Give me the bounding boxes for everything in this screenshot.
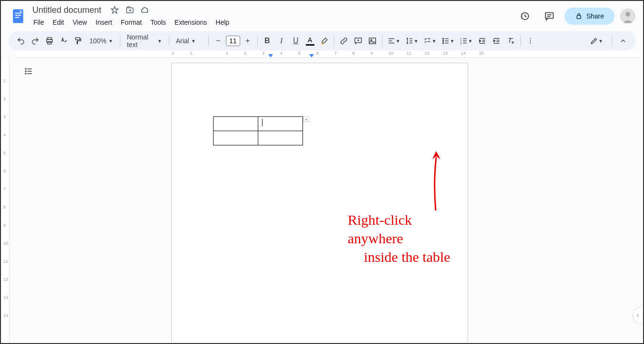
styles-dropdown[interactable]: Normal text▼ [123,31,166,50]
table-row[interactable]: ▾ [214,117,303,131]
separator [208,36,209,46]
header-right: Share [515,7,635,26]
svg-rect-3 [15,17,20,18]
left-indent-marker[interactable] [268,54,273,57]
checklist-button[interactable]: ▼ [421,34,439,48]
bullet-list-button[interactable]: ▼ [439,34,457,48]
share-button[interactable]: Share [565,8,615,25]
table-cell[interactable] [258,131,303,145]
caret-down-icon: ▼ [468,38,473,44]
underline-button[interactable]: U [289,34,302,48]
caret-down-icon: ▼ [157,38,162,44]
print-button[interactable] [43,34,56,48]
svg-point-22 [442,38,443,39]
align-button[interactable]: ▼ [385,34,402,48]
caret-down-icon: ▼ [598,38,603,44]
document-page[interactable]: ▾ Right-click anywhere inside the table [171,63,468,342]
svg-rect-6 [545,13,553,19]
line-spacing-button[interactable]: ▼ [403,34,420,48]
menu-extensions[interactable]: Extensions [171,17,211,28]
move-icon[interactable] [125,5,135,15]
caret-down-icon: ▼ [450,38,455,44]
svg-text:3: 3 [460,42,461,45]
document-table[interactable]: ▾ [213,116,303,145]
right-indent-marker[interactable] [309,54,314,57]
link-button[interactable] [337,34,351,48]
table-options-handle[interactable]: ▾ [303,116,309,122]
table-cell[interactable] [214,131,258,145]
menu-file[interactable]: File [29,17,48,28]
decrease-indent-button[interactable] [476,34,489,48]
comments-icon[interactable] [540,7,559,26]
docs-logo[interactable] [9,7,28,26]
star-icon[interactable] [110,5,119,15]
add-comment-button[interactable] [351,34,365,48]
svg-point-43 [530,40,531,41]
vertical-ruler[interactable]: 1 2 3 4 5 6 7 8 9 10 11 12 13 14 [2,58,10,342]
svg-point-44 [530,42,531,43]
increase-indent-button[interactable] [490,34,503,48]
toolbar: 100%▼ Normal text▼ Arial▼ − + B I U A ▼ … [9,31,635,50]
svg-rect-17 [369,38,376,44]
title-row: Untitled document [29,4,515,16]
zoom-dropdown[interactable]: 100%▼ [86,35,117,47]
menu-format[interactable]: Format [117,17,146,28]
clear-format-button[interactable] [504,34,517,48]
font-size-input[interactable] [226,36,240,46]
bold-button[interactable]: B [261,34,274,48]
user-avatar[interactable] [620,9,635,24]
horizontal-ruler[interactable]: 2 1 1 2 3 4 5 6 7 8 9 10 11 12 13 14 15 [16,50,639,58]
separator [334,36,334,46]
highlight-button[interactable] [318,34,331,48]
svg-point-47 [25,71,26,72]
svg-point-23 [442,40,443,41]
svg-point-42 [530,38,531,39]
table-cell[interactable]: ▾ [258,117,303,131]
paint-format-button[interactable] [71,34,85,48]
more-button[interactable] [524,34,537,48]
title-area: Untitled document File Edit View Insert … [29,4,515,28]
increase-font-button[interactable]: + [241,34,254,48]
annotation-text-line2: inside the table [364,248,468,266]
text-color-button[interactable]: A [303,34,317,48]
italic-button[interactable]: I [275,34,288,48]
caret-down-icon: ▼ [108,38,113,44]
document-title[interactable]: Untitled document [29,4,104,16]
separator [382,36,382,46]
annotation-text-line1: Right-click anywhere [348,210,468,248]
svg-rect-9 [577,16,581,19]
decrease-font-button[interactable]: − [212,34,225,48]
menu-insert[interactable]: Insert [92,17,116,28]
separator [520,36,521,46]
menu-tools[interactable]: Tools [146,17,170,28]
menu-edit[interactable]: Edit [49,17,68,28]
insert-image-button[interactable] [366,34,379,48]
svg-point-11 [625,12,630,17]
cloud-status-icon[interactable] [140,5,150,15]
undo-button[interactable] [14,34,28,48]
separator [169,36,169,46]
numbered-list-button[interactable]: 123▼ [458,34,475,48]
toolbar-right: ▼ [585,34,630,48]
history-icon[interactable] [515,7,534,26]
document-canvas[interactable]: ▾ Right-click anywhere inside the table [10,58,642,342]
svg-point-45 [25,68,26,69]
font-dropdown[interactable]: Arial▼ [172,35,205,47]
table-cell[interactable] [214,117,258,131]
redo-button[interactable] [29,34,42,48]
svg-rect-2 [15,15,21,16]
editing-mode-button[interactable]: ▼ [585,34,608,48]
spellcheck-button[interactable] [57,34,70,48]
menu-view[interactable]: View [69,17,91,28]
outline-toggle-button[interactable] [20,63,37,80]
share-label: Share [586,12,604,20]
menu-help[interactable]: Help [212,17,233,28]
font-size-group: − + [212,34,254,48]
svg-point-24 [442,42,443,43]
collapse-toolbar-button[interactable] [616,34,630,48]
svg-rect-15 [76,38,80,40]
header: Untitled document File Edit View Insert … [1,1,643,28]
caret-down-icon: ▼ [191,38,196,44]
separator [257,36,258,46]
table-row[interactable] [214,131,303,145]
